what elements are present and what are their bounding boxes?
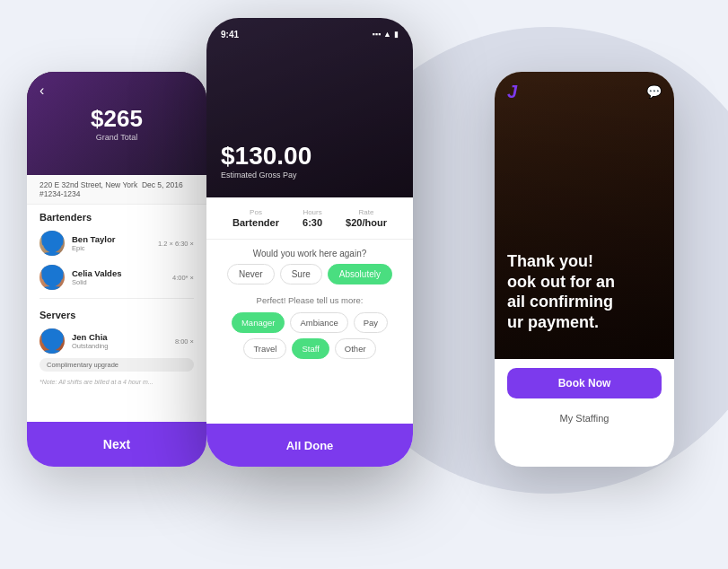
choice-buttons-row: Never Sure Absolutely <box>206 264 413 284</box>
grand-total-label: Grand Total <box>96 133 137 142</box>
list-item: 👤 Jen Chia Outstanding 8:00 × <box>27 324 206 358</box>
bartenders-label: Bartenders <box>27 205 206 226</box>
pay-amount: $130.00 <box>221 144 311 169</box>
right-header: J 💬 <box>495 72 674 111</box>
book-now-button[interactable]: Book Now <box>507 368 662 398</box>
staff-info: Jen Chia Outstanding <box>72 332 168 350</box>
center-phone: 9:41 ▪▪▪ ▲ ▮ $130.00 Estimated Gross Pay… <box>206 18 413 467</box>
all-done-button[interactable]: All Done <box>206 424 413 467</box>
servers-label: Servers <box>27 302 206 324</box>
tag-ambiance[interactable]: Ambiance <box>290 312 347 333</box>
staff-name: Ben Taylor <box>72 234 151 244</box>
hero-line2: ook out for an <box>507 273 615 291</box>
right-bottom-section: Book Now My Staffing <box>495 359 674 440</box>
chat-icon[interactable]: 💬 <box>646 84 662 99</box>
phones-container: ‹ $265 Grand Total 220 E 32nd Street, Ne… <box>0 0 728 569</box>
hero-background: $130.00 Estimated Gross Pay <box>206 18 413 197</box>
pos-label: Pos <box>232 208 279 216</box>
tag-other[interactable]: Other <box>335 338 376 359</box>
question-text: Would you work here again? <box>206 240 413 264</box>
address-text: 220 E 32nd Street, New York <box>39 180 137 189</box>
avatar-face: 👤 <box>39 328 65 354</box>
staff-sub: Epic <box>72 244 151 252</box>
tag-travel[interactable]: Travel <box>243 338 286 359</box>
tag-manager[interactable]: Manager <box>232 312 285 333</box>
logo-icon: J <box>507 82 517 102</box>
address-row: 220 E 32nd Street, New York Dec 5, 2016 … <box>27 175 206 205</box>
my-staffing-button[interactable]: My Staffing <box>507 406 662 431</box>
please-more-text: Perfect! Please tell us more: <box>206 292 413 312</box>
left-phone-banner: ‹ $265 Grand Total <box>27 72 206 175</box>
avatar: 👤 <box>39 231 65 256</box>
next-button[interactable]: Next <box>27 422 206 467</box>
pos-value: Bartender <box>232 217 279 228</box>
hero-content: $130.00 Estimated Gross Pay <box>221 144 311 179</box>
estimated-gross-pay-label: Estimated Gross Pay <box>221 171 311 179</box>
status-time: 9:41 <box>221 30 239 39</box>
status-bar: 9:41 ▪▪▪ ▲ ▮ <box>206 18 413 45</box>
hero-heading: Thank you! ook out for an ail confirming… <box>507 251 662 332</box>
staff-sub: Outstanding <box>72 342 168 350</box>
staff-name: Celia Valdes <box>72 268 165 278</box>
staff-sub: Solid <box>72 278 165 286</box>
staff-rate: 4:00* × <box>172 274 194 282</box>
wifi-icon: ▲ <box>383 30 391 39</box>
right-hero: J 💬 Thank you! ook out for an ail confir… <box>495 72 674 359</box>
rate-col: Rate $20/hour <box>346 208 387 228</box>
list-item: 👤 Ben Taylor Epic 1.2 × 6:30 × <box>27 226 206 260</box>
tag-staff[interactable]: Staff <box>292 338 329 359</box>
next-label: Next <box>103 437 130 451</box>
hero-line1: Thank you! <box>507 252 593 270</box>
battery-icon: ▮ <box>394 30 399 39</box>
rate-label: Rate <box>346 208 387 216</box>
never-button[interactable]: Never <box>227 264 275 284</box>
back-arrow-icon[interactable]: ‹ <box>39 83 44 99</box>
avatar-face: 👤 <box>39 231 65 256</box>
date-text: Dec 5, 2016 <box>142 180 183 189</box>
note-text: *Note: All shifts are billed at a 4 hour… <box>27 375 206 389</box>
all-done-label: All Done <box>286 439 334 452</box>
staff-rate: 8:00 × <box>175 337 194 346</box>
hours-label: Hours <box>303 208 322 216</box>
avatar: 👤 <box>39 328 65 354</box>
right-phone: J 💬 Thank you! ook out for an ail confir… <box>495 72 674 467</box>
absolutely-button[interactable]: Absolutely <box>328 264 392 284</box>
pos-col: Pos Bartender <box>232 208 279 228</box>
sure-button[interactable]: Sure <box>280 264 322 284</box>
info-row: Pos Bartender Hours 6:30 Rate $20/hour <box>206 197 413 240</box>
staff-rate: 1.2 × 6:30 × <box>158 240 194 248</box>
hero-text: Thank you! ook out for an ail confirming… <box>507 251 662 332</box>
staff-name: Jen Chia <box>72 332 168 342</box>
grand-total-amount: $265 <box>91 105 143 133</box>
hero-line3: ail confirming <box>507 293 613 311</box>
hours-value: 6:30 <box>303 217 322 228</box>
tags-row-1: Manager Ambiance Pay <box>206 312 413 333</box>
tag-pay[interactable]: Pay <box>354 312 388 333</box>
signal-icon: ▪▪▪ <box>373 30 382 39</box>
hours-col: Hours 6:30 <box>303 208 322 228</box>
order-id-text: #1234-1234 <box>39 189 80 198</box>
tags-row-2: Travel Staff Other <box>206 338 413 359</box>
rate-value: $20/hour <box>346 217 387 228</box>
staff-info: Ben Taylor Epic <box>72 234 151 252</box>
list-item: 👤 Celia Valdes Solid 4:00* × <box>27 260 206 294</box>
staff-info: Celia Valdes Solid <box>72 268 165 286</box>
hero-line4: ur payment. <box>507 313 599 331</box>
divider <box>39 298 194 299</box>
avatar-face: 👤 <box>39 265 65 290</box>
upgrade-badge: Complimentary upgrade <box>39 358 194 372</box>
avatar: 👤 <box>39 265 65 290</box>
status-icons: ▪▪▪ ▲ ▮ <box>373 30 399 39</box>
left-phone: ‹ $265 Grand Total 220 E 32nd Street, Ne… <box>27 72 206 467</box>
